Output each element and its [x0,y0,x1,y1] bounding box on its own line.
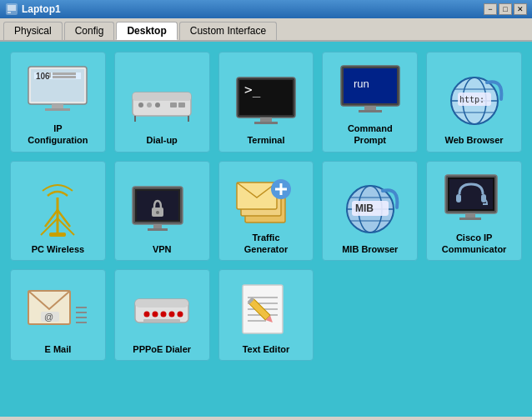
svg-rect-17 [170,102,177,108]
traffic-generator-icon [233,168,299,228]
svg-rect-1 [8,5,16,11]
app-pc-wireless[interactable]: PC Wireless [10,161,106,262]
tab-bar: Physical Config Desktop Custom Interface [0,18,532,42]
svg-rect-18 [178,102,185,108]
svg-point-84 [178,312,183,318]
svg-rect-25 [254,122,278,124]
close-button[interactable]: ✕ [514,3,527,15]
app-vpn[interactable]: VPN [114,161,210,262]
web-browser-label: Web Browser [445,134,504,146]
ip-config-icon: 106 [24,59,91,119]
svg-point-83 [169,312,175,318]
svg-rect-27 [344,68,397,103]
web-browser-icon: http: [441,71,508,131]
svg-rect-10 [52,104,63,108]
mib-browser-label: MIB Browser [342,243,398,255]
cisco-ip-communicator-icon [441,168,508,228]
app-command-prompt[interactable]: run CommandPrompt [322,52,418,152]
svg-point-80 [144,312,150,318]
command-prompt-label: CommandPrompt [348,122,393,147]
svg-rect-70 [459,218,481,220]
terminal-icon: >_ [233,71,299,131]
svg-text:@: @ [44,312,53,322]
svg-point-82 [161,312,167,318]
svg-text:MIB: MIB [355,202,374,214]
svg-point-15 [147,102,152,108]
svg-text:http:: http: [459,95,484,104]
svg-point-48 [156,211,159,214]
app-terminal[interactable]: >_ Terminal [218,52,314,152]
vpn-label: VPN [153,243,172,255]
svg-rect-43 [49,232,66,237]
vpn-icon [128,180,195,240]
app-pppoe-dialer[interactable]: PPPoE Dialer [114,269,210,361]
svg-rect-7 [49,72,51,78]
svg-rect-79 [135,299,188,308]
text-editor-label: Text Editor [243,343,290,355]
tab-desktop[interactable]: Desktop [116,22,177,40]
app-email[interactable]: @ E Mail [10,269,106,361]
window-title: Laptop1 [22,3,61,15]
svg-text:106: 106 [36,72,50,81]
command-prompt-icon: run [337,59,404,119]
window-icon [5,2,18,16]
title-bar: Laptop1 − □ ✕ [0,0,532,18]
email-label: E Mail [45,343,72,355]
traffic-generator-label: TrafficGenerator [244,232,289,256]
svg-rect-29 [364,106,376,110]
app-dialup[interactable]: Dial-up [114,52,210,152]
svg-rect-8 [53,72,76,75]
svg-rect-24 [260,118,272,122]
pppoe-dialer-icon [128,280,195,340]
minimize-button[interactable]: − [484,3,497,15]
maximize-button[interactable]: □ [499,3,512,15]
dialup-label: Dial-up [147,134,178,146]
svg-point-81 [153,312,158,318]
text-editor-icon [233,280,299,340]
svg-rect-68 [481,194,486,202]
tab-custom-interface[interactable]: Custom Interface [179,22,277,40]
svg-point-14 [138,102,143,108]
app-mib-browser[interactable]: MIB MIB Browser [322,161,418,262]
mib-browser-icon: MIB [337,180,404,240]
app-web-browser[interactable]: http: Web Browser [426,52,522,152]
pc-wireless-label: PC Wireless [32,243,85,255]
svg-rect-11 [45,108,70,111]
pppoe-dialer-label: PPPoE Dialer [133,343,191,355]
app-traffic-generator[interactable]: TrafficGenerator [218,161,314,262]
app-text-editor[interactable]: Text Editor [218,269,314,361]
tab-physical[interactable]: Physical [3,22,63,40]
desktop-content: 106 IPConfiguration [0,42,532,417]
svg-rect-67 [456,194,461,202]
app-ip-configuration[interactable]: 106 IPConfiguration [10,52,106,152]
tab-config[interactable]: Config [64,22,115,40]
svg-rect-13 [133,92,191,101]
svg-text:run: run [354,78,369,90]
app-cisco-ip-communicator[interactable]: Cisco IPCommunicator [426,161,522,262]
app-grid: 106 IPConfiguration [10,52,522,361]
dialup-icon [128,71,195,131]
svg-rect-9 [53,76,76,78]
svg-rect-50 [148,228,168,231]
ip-config-label: IPConfiguration [28,122,88,147]
svg-rect-30 [359,110,382,112]
svg-point-16 [155,102,160,108]
terminal-label: Terminal [247,134,284,146]
svg-rect-2 [8,12,11,13]
cisco-ip-communicator-label: Cisco IPCommunicator [442,232,507,256]
svg-text:>_: >_ [244,82,261,98]
email-icon: @ [24,280,91,340]
svg-rect-49 [153,224,162,228]
svg-rect-85 [143,319,180,322]
window-controls: − □ ✕ [484,3,527,15]
pc-wireless-icon [24,180,91,240]
svg-rect-69 [465,213,475,218]
